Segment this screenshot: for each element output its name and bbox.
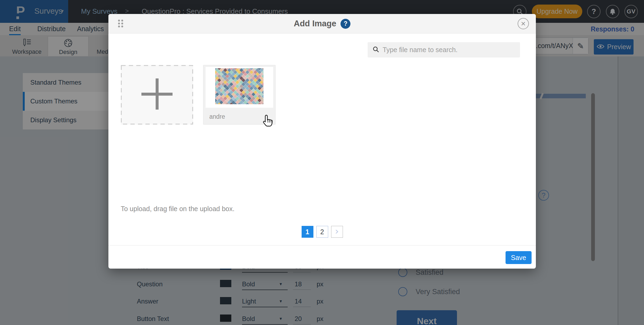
page-button-1[interactable]: 1 xyxy=(302,226,313,238)
image-card-andre[interactable]: andre xyxy=(203,65,276,125)
next-page-chevron-icon[interactable]: › xyxy=(331,226,343,238)
modal-help-icon[interactable]: ? xyxy=(341,19,350,29)
search-input[interactable] xyxy=(383,46,520,54)
modal-footer: Save xyxy=(108,245,536,269)
pagination: 1 2 › xyxy=(108,226,536,238)
image-frame xyxy=(206,67,273,108)
mosaic-thumbnail-image xyxy=(215,68,264,104)
image-name-label: andre xyxy=(209,113,225,120)
upload-hint-text: To upload, drag file on the upload box. xyxy=(121,205,235,213)
modal-title: Add Image xyxy=(294,19,336,28)
close-icon[interactable]: × xyxy=(518,18,529,29)
search-icon xyxy=(372,46,379,54)
save-button[interactable]: Save xyxy=(506,251,532,264)
file-search-box xyxy=(368,42,520,57)
modal-header: Add Image ? xyxy=(108,14,536,34)
add-image-modal: Add Image ? × andre To upload, drag file… xyxy=(108,14,536,269)
app-screen: P Surveys ▾ My Surveys > QuestionPro : S… xyxy=(0,0,644,325)
page-button-2[interactable]: 2 xyxy=(316,226,328,238)
drag-handle-icon[interactable] xyxy=(118,20,123,27)
upload-drop-box[interactable] xyxy=(121,65,193,125)
